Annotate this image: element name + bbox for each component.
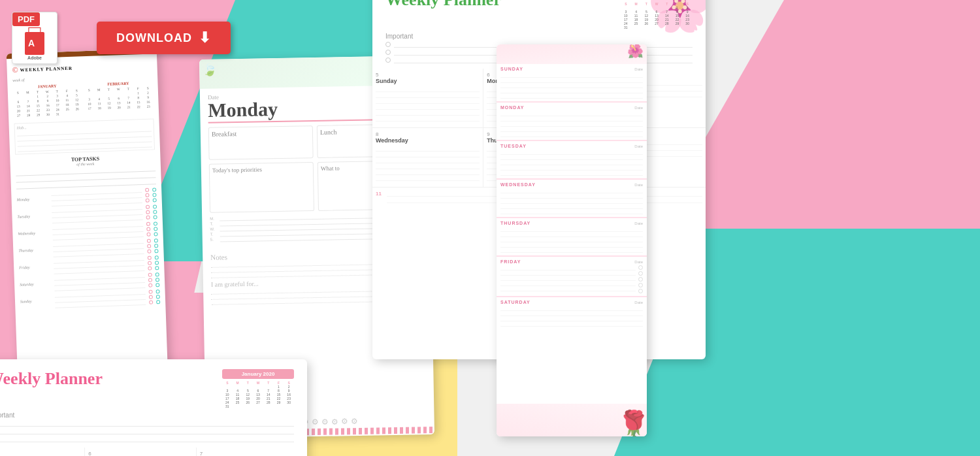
cal-d: 25 bbox=[631, 22, 642, 25]
vert-line bbox=[500, 281, 636, 286]
vert-floral-icon: 🌺 bbox=[627, 44, 644, 59]
vert-circle bbox=[638, 277, 643, 282]
card2-priorities-box: Today's top priorities bbox=[209, 162, 314, 213]
cal-cell: 20 bbox=[114, 105, 124, 110]
cal-d: 30 bbox=[682, 22, 693, 25]
vert-line bbox=[500, 160, 643, 165]
card4-cal-dates: 12 3456789 10111213141516 17181920212223… bbox=[222, 385, 294, 408]
card3-header: Weekly Planner January 2020 S M T W T F … bbox=[372, 0, 706, 33]
vert-sunday-label: SUNDAY bbox=[500, 67, 523, 71]
vert-sunday-section: SUNDAY Date bbox=[497, 64, 647, 103]
vert-line bbox=[500, 116, 643, 122]
card4-badge: January 2020 bbox=[222, 369, 294, 379]
vert-date-label: Date bbox=[634, 67, 643, 71]
cal-cell: 19 bbox=[105, 105, 114, 110]
col-num: 8 bbox=[376, 131, 480, 137]
vert-thursday-label: THURSDAY bbox=[500, 221, 531, 225]
card4-important: Important bbox=[0, 412, 307, 448]
col-num: 6 bbox=[88, 451, 192, 456]
vert-line bbox=[500, 111, 643, 116]
cal-cell: 28 bbox=[24, 113, 33, 118]
card4-title: Weekly Planner bbox=[0, 369, 103, 389]
download-button[interactable]: DOWNLOAD ⬇ bbox=[97, 22, 231, 54]
imp-circle bbox=[385, 42, 391, 47]
vert-date-label: Date bbox=[634, 183, 643, 187]
card3-important-label: Important bbox=[385, 33, 693, 40]
card4-important-label: Important bbox=[0, 412, 294, 419]
col-num: 7 bbox=[200, 451, 304, 456]
vert-saturday-section: SATURDAY Date bbox=[497, 297, 647, 404]
imp-circle bbox=[385, 57, 391, 63]
cal-d: 26 bbox=[641, 22, 651, 25]
vert-friday-section: FRIDAY Date bbox=[497, 257, 647, 297]
day-line bbox=[376, 175, 480, 181]
cal-d: 25 bbox=[233, 400, 243, 404]
vert-line bbox=[500, 150, 643, 155]
cal-d: 26 bbox=[242, 400, 253, 404]
imp-line bbox=[0, 428, 294, 434]
card3-calendar-area: January 2020 S M T W T F S 12 3456789 10… bbox=[621, 0, 693, 29]
col-day: Sunday bbox=[376, 78, 480, 84]
imp-circle bbox=[385, 50, 391, 55]
vert-circle bbox=[638, 283, 643, 287]
card4-col-tuesday: 7 Tuesday bbox=[197, 448, 307, 456]
card4-week-content: 5 Sunday 6 Monday 7 Tues bbox=[0, 448, 307, 456]
card4-row1: 5 Sunday 6 Monday 7 Tues bbox=[0, 448, 307, 456]
vert-floral-bottom: 🌹 bbox=[497, 404, 647, 436]
vert-line bbox=[500, 232, 643, 237]
vert-tuesday-label: TUESDAY bbox=[500, 144, 527, 148]
card1-calendars: JANUARY SMTWTFS 12345 6789101112 1314151… bbox=[12, 80, 154, 118]
vertical-inner: 🌺 SUNDAY Date MONDAY Date bbox=[497, 44, 647, 436]
vert-tuesday-section: TUESDAY Date bbox=[497, 141, 647, 180]
day-line bbox=[376, 110, 480, 116]
card3-col-sunday: 5 Sunday bbox=[372, 69, 483, 127]
card3-col-wednesday: 8 Wednesday bbox=[372, 128, 483, 187]
card1-february: FEBRUARY SMTWTFS 12 3456789 101112131415… bbox=[84, 80, 154, 116]
leaf-icon: 🍃 bbox=[203, 63, 217, 77]
cal-cell: 21 bbox=[124, 105, 134, 110]
vert-line bbox=[500, 242, 643, 248]
pdf-tag: PDF bbox=[12, 12, 40, 26]
vert-date-label: Date bbox=[634, 301, 643, 304]
vert-date-label: Date bbox=[634, 144, 643, 148]
cal-cell: 17 bbox=[85, 106, 95, 112]
cal-d: 30 bbox=[284, 400, 294, 404]
card2-breakfast-label: Breakfast bbox=[212, 129, 310, 138]
day-line bbox=[376, 104, 480, 110]
card1-sunday-row: Sunday bbox=[20, 289, 161, 309]
cal-d: 27 bbox=[253, 400, 263, 404]
card-vertical-sunday-planner: 🌺 SUNDAY Date MONDAY Date bbox=[497, 44, 647, 436]
day-line bbox=[376, 146, 480, 152]
vert-line bbox=[500, 83, 643, 88]
card4-imp-row bbox=[0, 436, 294, 442]
imp-line bbox=[0, 420, 294, 427]
cal-d: 28 bbox=[263, 400, 274, 404]
cal-d: 29 bbox=[274, 400, 284, 404]
cal-cell: 18 bbox=[95, 106, 105, 111]
day-line bbox=[376, 98, 480, 104]
vert-line bbox=[500, 132, 643, 137]
download-label: DOWNLOAD bbox=[116, 31, 192, 45]
cal-cell: 29 bbox=[33, 112, 43, 118]
card1-title: WEEKLY PLANNER bbox=[20, 65, 73, 73]
vert-line bbox=[500, 171, 643, 176]
vert-line bbox=[500, 88, 643, 93]
cal-cell: 22 bbox=[134, 105, 144, 110]
vert-circle bbox=[638, 271, 643, 276]
cal-d: 31 bbox=[222, 404, 233, 408]
bottom-icon-4: ⚙ bbox=[312, 417, 319, 427]
col-num: 5 bbox=[376, 72, 480, 78]
january-grid: SMTWTFS 12345 6789101112 13141516171819 … bbox=[13, 88, 82, 118]
card1-habit-area: Hab... bbox=[14, 118, 155, 154]
svg-text:A: A bbox=[28, 38, 35, 48]
day-line bbox=[376, 169, 480, 175]
vert-line bbox=[500, 270, 636, 276]
vert-line bbox=[500, 204, 643, 209]
vert-bottom-floral-icon: 🌹 bbox=[617, 409, 647, 436]
card4-col-sunday: 5 Sunday bbox=[0, 448, 85, 456]
day-line bbox=[376, 152, 480, 157]
cal-d: 31 bbox=[621, 25, 631, 29]
card-weekly-clean: Weekly Planner January 2020 S M T W T F … bbox=[0, 359, 307, 456]
vert-line bbox=[500, 199, 643, 204]
vert-line bbox=[500, 237, 643, 242]
